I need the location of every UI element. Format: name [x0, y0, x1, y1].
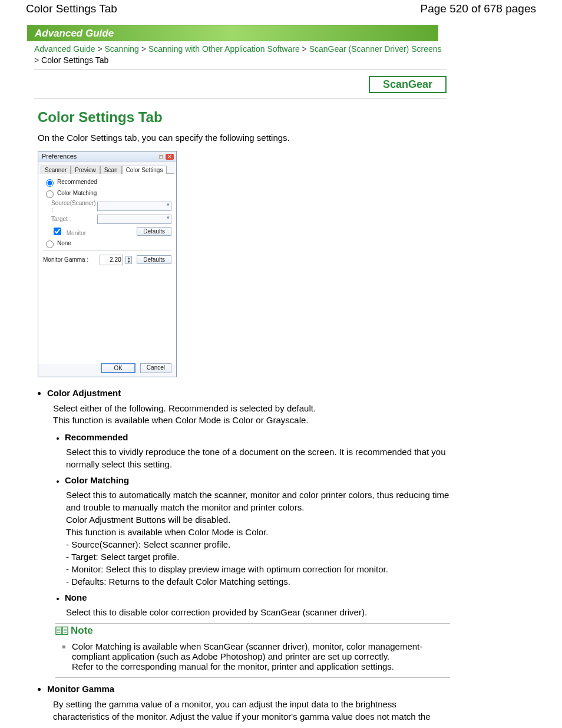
breadcrumb-link[interactable]: Advanced Guide	[34, 44, 95, 54]
monitor-checkbox[interactable]	[54, 228, 61, 235]
radio-none[interactable]	[46, 241, 54, 248]
radio-recommended-label: Recommended	[57, 179, 97, 185]
breadcrumb-sep: >	[97, 44, 102, 54]
item-title-color-adjustment: Color Adjustment	[47, 388, 121, 398]
advanced-guide-banner: Advanced Guide	[27, 25, 438, 41]
defaults-button-gamma[interactable]: Defaults	[137, 255, 171, 264]
intro-text: On the Color Settings tab, you can speci…	[38, 133, 562, 143]
source-dropdown[interactable]	[97, 202, 171, 211]
breadcrumb-sep: >	[141, 44, 146, 54]
source-label: Source(Scanner) :	[51, 200, 97, 213]
breadcrumb-link[interactable]: Scanning with Other Application Software	[148, 44, 300, 54]
radio-recommended[interactable]	[46, 179, 54, 187]
sub-body-color-matching: Select this to automatically match the s…	[66, 489, 450, 588]
sub-title-color-matching: Color Matching	[65, 475, 129, 485]
defaults-button[interactable]: Defaults	[137, 227, 171, 236]
page-header-right: Page 520 of 678 pages	[420, 2, 536, 15]
preferences-dialog: Preferences □ ✕ Scanner Preview Scan Col…	[38, 151, 177, 377]
note-icon	[55, 626, 68, 635]
tab-color-settings[interactable]: Color Settings	[122, 166, 167, 174]
cancel-button[interactable]: Cancel	[140, 363, 171, 373]
sub-body-none: Select this to disable color correction …	[66, 606, 450, 618]
note-body: Color Matching is available when ScanGea…	[72, 641, 422, 671]
item-body-monitor-gamma: By setting the gamma value of a monitor,…	[53, 699, 450, 723]
close-icon[interactable]: ✕	[166, 154, 174, 160]
item-body-color-adjustment: Select either of the following. Recommen…	[53, 403, 450, 427]
breadcrumb-link[interactable]: Scanning	[105, 44, 139, 54]
note-block: Note Color Matching is available when Sc…	[55, 623, 450, 678]
tab-scan[interactable]: Scan	[100, 166, 122, 174]
gamma-input[interactable]	[100, 255, 123, 265]
ok-button[interactable]: OK	[101, 363, 135, 373]
radio-none-label: None	[57, 240, 71, 246]
breadcrumb-link[interactable]: ScanGear (Scanner Driver) Screens	[309, 44, 442, 54]
target-label: Target :	[51, 216, 97, 222]
breadcrumb-current: Color Settings Tab	[41, 55, 108, 65]
scangear-label-box: ScanGear	[369, 76, 447, 93]
gamma-label: Monitor Gamma :	[43, 256, 97, 263]
radio-color-matching-label: Color Matching	[57, 190, 97, 196]
sub-title-recommended: Recommended	[65, 432, 128, 442]
target-dropdown[interactable]	[97, 215, 171, 224]
radio-color-matching[interactable]	[46, 190, 54, 198]
item-title-monitor-gamma: Monitor Gamma	[47, 684, 114, 694]
gamma-spinner[interactable]: ▴▾	[125, 256, 133, 264]
breadcrumb-sep: >	[302, 44, 307, 54]
page-header-left: Color Settings Tab	[26, 2, 117, 15]
breadcrumb-sep: >	[34, 55, 39, 65]
dialog-title: Preferences	[42, 153, 77, 160]
window-controls: □ ✕	[158, 153, 174, 160]
page-title: Color Settings Tab	[38, 109, 562, 126]
tab-preview[interactable]: Preview	[71, 166, 100, 174]
tab-scanner[interactable]: Scanner	[41, 166, 71, 174]
monitor-checkbox-label: Monitor	[67, 230, 86, 236]
sub-body-recommended: Select this to vividly reproduce the ton…	[66, 446, 450, 470]
maximize-icon[interactable]: □	[158, 154, 164, 160]
breadcrumb: Advanced Guide > Scanning > Scanning wit…	[34, 44, 447, 70]
note-title: Note	[71, 625, 93, 637]
sub-title-none: None	[65, 592, 87, 602]
